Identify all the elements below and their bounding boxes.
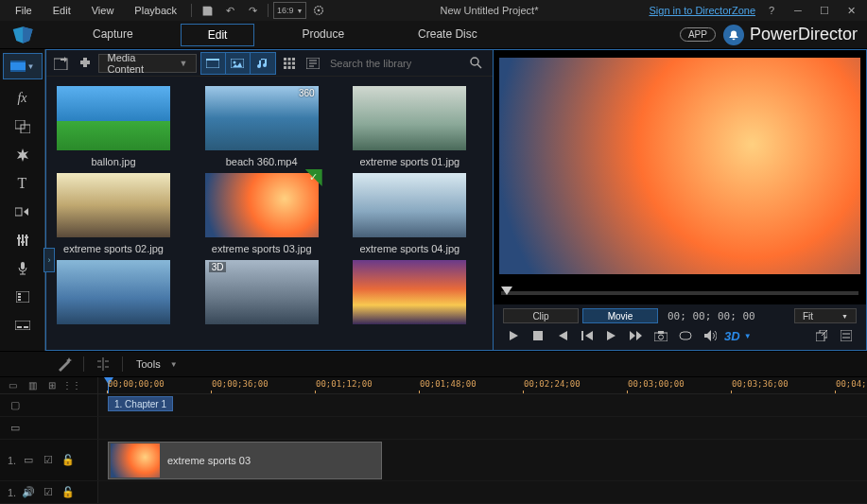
tab-produce[interactable]: Produce (275, 24, 371, 46)
media-grid: ballon.jpg360beach 360.mp4extreme sports… (46, 77, 493, 350)
snapshot-icon[interactable] (650, 327, 671, 344)
audio-track-body[interactable] (98, 481, 867, 503)
media-item[interactable]: ballon.jpg (52, 86, 175, 167)
signin-link[interactable]: Sign in to DirectorZone (650, 5, 756, 16)
particle-room-icon[interactable] (7, 142, 39, 168)
timeline-ruler[interactable]: ▭ ▥ ⊞ ⋮⋮ 00;00;00;0000;00;36;0000;01;12;… (0, 377, 867, 394)
tab-capture[interactable]: Capture (66, 24, 160, 46)
filter-audio-icon[interactable] (251, 53, 275, 74)
timeline-view-1-icon[interactable]: ▭ (4, 379, 21, 392)
media-item[interactable]: extreme sports 01.jpg (348, 86, 471, 167)
undock-icon[interactable] (811, 327, 832, 344)
preview-settings-icon[interactable] (836, 327, 857, 344)
svg-point-37 (471, 58, 478, 65)
separator (191, 4, 192, 17)
clip-mode-button[interactable]: Clip (503, 308, 579, 323)
menu-file[interactable]: File (6, 3, 42, 18)
expand-sidebar-handle[interactable]: › (43, 248, 55, 272)
redo-icon[interactable]: ↷ (242, 2, 263, 19)
maximize-icon[interactable]: ☐ (814, 2, 835, 19)
fx-room-icon[interactable]: fx (7, 85, 39, 112)
add-track-icon[interactable]: ⊞ (43, 379, 61, 392)
marker-icon[interactable]: ▢ (8, 399, 23, 411)
preview-seek-slider[interactable] (501, 291, 858, 295)
menu-playback[interactable]: Playback (125, 3, 186, 18)
category-dropdown[interactable]: Media Content ▼ (98, 54, 196, 73)
help-icon[interactable]: ? (761, 2, 782, 19)
track-visible-icon[interactable]: ☑ (41, 454, 56, 466)
search-icon[interactable] (464, 53, 487, 74)
fast-forward-icon[interactable] (626, 327, 647, 344)
aspect-ratio-dropdown[interactable]: 16:9 ▼ (273, 2, 306, 19)
search-input[interactable] (326, 56, 464, 71)
track-number: 1. (8, 455, 16, 466)
chapter-marker[interactable]: 1. Chapter 1 (108, 396, 173, 411)
prev-frame-icon[interactable] (552, 327, 573, 344)
media-item[interactable]: 360beach 360.mp4 (200, 86, 323, 167)
chapter-room-icon[interactable] (7, 284, 39, 310)
subtitle-track-icon[interactable]: ▭ (8, 422, 23, 434)
preview-viewport[interactable] (494, 50, 866, 304)
volume-icon[interactable] (700, 327, 720, 344)
3d-button[interactable]: 3D (724, 329, 740, 343)
tools-dropdown[interactable]: Tools ▼ (130, 356, 183, 372)
app-badge[interactable]: APP (680, 27, 716, 42)
seek-knob[interactable] (501, 287, 512, 295)
magic-tools-icon[interactable] (53, 355, 76, 374)
preview-image (499, 58, 860, 274)
track-options-icon[interactable]: ⋮⋮ (63, 379, 80, 392)
media-item[interactable] (348, 260, 471, 330)
svg-point-1 (318, 9, 321, 12)
audio-track-icon[interactable]: 🔊 (21, 486, 36, 498)
stop-icon[interactable] (528, 327, 548, 344)
3d-dropdown-icon[interactable]: ▼ (744, 332, 752, 340)
plugins-icon[interactable] (76, 53, 95, 74)
filter-image-icon[interactable] (226, 53, 251, 74)
video-track-icon[interactable]: ▭ (21, 454, 36, 466)
subtitle-room-icon[interactable] (7, 312, 39, 339)
svg-rect-12 (21, 241, 25, 243)
menu-view[interactable]: View (82, 3, 124, 18)
track-audible-icon[interactable]: ☑ (41, 486, 56, 498)
notifications-icon[interactable] (723, 25, 744, 45)
tab-create-disc[interactable]: Create Disc (391, 24, 504, 46)
grid-view-icon[interactable] (280, 53, 300, 74)
media-item[interactable]: ✓extreme sports 03.jpg (200, 173, 323, 254)
media-room-button[interactable]: ▼ (3, 53, 43, 79)
menu-edit[interactable]: Edit (43, 3, 80, 18)
media-item[interactable]: extreme sports 02.jpg (52, 173, 175, 254)
filter-video-icon[interactable] (201, 53, 226, 74)
audio-mixing-room-icon[interactable] (7, 227, 39, 253)
zoom-fit-dropdown[interactable]: Fit▼ (794, 308, 857, 323)
pip-room-icon[interactable] (7, 113, 39, 140)
import-media-icon[interactable] (52, 53, 72, 74)
svg-rect-8 (18, 235, 20, 246)
media-item[interactable] (52, 260, 175, 330)
media-item[interactable]: 3D (200, 260, 323, 330)
prev-unit-icon[interactable] (577, 327, 598, 344)
save-icon[interactable] (197, 2, 217, 19)
timeline-clip[interactable]: extreme sports 03 (108, 442, 382, 479)
title-room-icon[interactable]: T (7, 170, 39, 197)
movie-mode-button[interactable]: Movie (582, 308, 658, 323)
video-track-body[interactable]: extreme sports 03 (98, 440, 867, 480)
undo-icon[interactable]: ↶ (219, 2, 240, 19)
library-menu-icon[interactable] (303, 53, 322, 74)
close-icon[interactable]: ✕ (841, 2, 861, 19)
timeline-view-2-icon[interactable]: ▥ (24, 379, 41, 392)
media-item[interactable]: extreme sports 04.jpg (348, 173, 471, 254)
next-frame-icon[interactable] (601, 327, 622, 344)
aspect-label: 16:9 (277, 6, 294, 15)
svg-point-42 (659, 335, 664, 339)
voiceover-room-icon[interactable] (7, 255, 39, 282)
tab-edit[interactable]: Edit (181, 24, 255, 46)
play-icon[interactable] (503, 327, 524, 344)
split-icon[interactable] (92, 355, 114, 374)
track-lock-icon[interactable]: 🔓 (61, 454, 76, 466)
settings-icon[interactable] (308, 2, 329, 19)
loop-icon[interactable] (675, 327, 696, 344)
transition-room-icon[interactable] (7, 199, 39, 225)
track-lock-icon[interactable]: 🔓 (61, 486, 76, 498)
minimize-icon[interactable]: ─ (788, 2, 808, 19)
room-sidebar: ▼ fx T (0, 49, 45, 351)
